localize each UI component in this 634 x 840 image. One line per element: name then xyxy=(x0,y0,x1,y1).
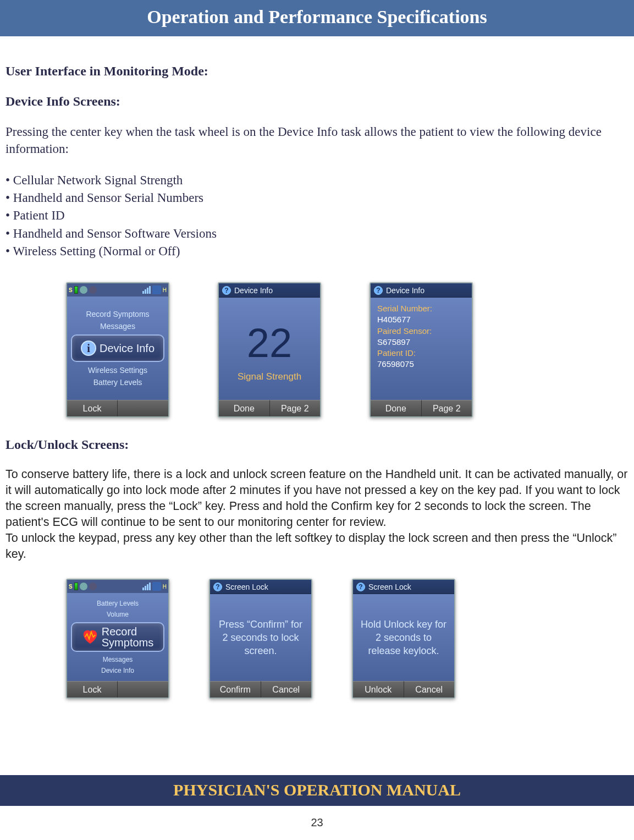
screen-title: Device Info xyxy=(234,286,273,295)
device-screens-row-1: S H Record Symptoms Messages i Device In… xyxy=(5,282,629,418)
bt-icon xyxy=(89,583,97,590)
help-icon[interactable]: ? xyxy=(374,286,383,295)
patient-label: Patient ID: xyxy=(377,348,465,359)
battery-icon xyxy=(74,583,78,590)
bullet-item: • Handheld and Sensor Serial Numbers xyxy=(5,189,629,207)
wheel-item[interactable]: Battery Levels xyxy=(69,598,166,609)
softkey-lock[interactable]: Lock xyxy=(67,681,118,698)
wheel-item-selected[interactable]: RecordSymptoms xyxy=(71,622,164,652)
softkey-bar: Done Page 2 xyxy=(219,400,320,416)
softkey-cancel[interactable]: Cancel xyxy=(404,681,455,698)
screen-title-bar: ? Screen Lock xyxy=(210,580,311,594)
wheel-selected-label: Device Info xyxy=(100,343,155,354)
device-screen-record-wheel: S H Battery Levels Volume RecordSymptoms… xyxy=(66,579,169,699)
screen-title: Screen Lock xyxy=(225,583,268,591)
device-screen-signal: ? Device Info 22 Signal Strength Done Pa… xyxy=(218,282,321,418)
serial-value: H405677 xyxy=(377,314,465,325)
wheel-selected-label: RecordSymptoms xyxy=(102,626,153,648)
softkey-empty xyxy=(118,400,168,416)
bullet-item: • Cellular Network Signal Strength xyxy=(5,172,629,189)
footer-bar: PHYSICIAN'S OPERATION MANUAL xyxy=(0,775,634,806)
screen-title-bar: ? Device Info xyxy=(219,283,320,298)
patient-value: 76598075 xyxy=(377,359,465,370)
signal-label: Signal Strength xyxy=(238,371,301,382)
help-icon[interactable]: ? xyxy=(356,583,365,591)
softkey-bar: Done Page 2 xyxy=(371,400,472,416)
screen-body: Serial Number: H405677 Paired Sensor: S6… xyxy=(371,298,472,400)
screen-body: Record Symptoms Messages i Device Info W… xyxy=(67,297,168,400)
signal-bars-icon xyxy=(142,583,151,590)
sensor-flag-icon: S xyxy=(69,584,73,590)
paired-label: Paired Sensor: xyxy=(377,326,465,337)
softkey-bar: Lock xyxy=(67,681,168,698)
softkey-page2[interactable]: Page 2 xyxy=(422,400,472,416)
bullet-item: • Patient ID xyxy=(5,207,629,224)
screen-title: Device Info xyxy=(386,286,424,295)
lock-paragraph: To conserve battery life, there is a loc… xyxy=(5,466,629,562)
sensor-flag-icon: S xyxy=(69,287,73,293)
softkey-bar: Lock xyxy=(67,400,168,416)
softkey-confirm[interactable]: Confirm xyxy=(210,681,261,698)
screen-body: Hold Unlock key for 2 seconds to release… xyxy=(353,594,454,681)
unlock-message: Hold Unlock key for 2 seconds to release… xyxy=(355,618,452,658)
wheel-item-selected[interactable]: i Device Info xyxy=(71,334,164,362)
device-screen-serials: ? Device Info Serial Number: H405677 Pai… xyxy=(370,282,473,418)
softkey-cancel[interactable]: Cancel xyxy=(261,681,312,698)
page-title-bar: Operation and Performance Specifications xyxy=(0,0,634,36)
screen-body: Press “Confirm” for 2 seconds to lock sc… xyxy=(210,594,311,681)
screen-title-bar: ? Screen Lock xyxy=(353,580,454,594)
intro-paragraph: Pressing the center key when the task wh… xyxy=(5,123,629,157)
signal-value: 22 xyxy=(247,323,292,364)
section-subheading-device-info: Device Info Screens: xyxy=(5,94,629,109)
softkey-bar: Unlock Cancel xyxy=(353,681,454,698)
battery-icon xyxy=(74,286,78,294)
logo-icon xyxy=(152,582,161,591)
section-heading-monitoring: User Interface in Monitoring Mode: xyxy=(5,64,629,79)
status-bar: S H xyxy=(67,283,168,297)
wheel-item[interactable]: Volume xyxy=(69,609,166,620)
softkey-done[interactable]: Done xyxy=(371,400,422,416)
screen-body: 22 Signal Strength xyxy=(219,298,320,400)
softkey-empty xyxy=(118,681,168,698)
bullet-list: • Cellular Network Signal Strength • Han… xyxy=(5,172,629,260)
page-content: User Interface in Monitoring Mode: Devic… xyxy=(0,36,634,699)
screen-title: Screen Lock xyxy=(368,583,411,591)
bullet-item: • Wireless Setting (Normal or Off) xyxy=(5,243,629,260)
section-subheading-lock: Lock/Unlock Screens: xyxy=(5,437,629,452)
heart-icon xyxy=(82,629,98,645)
serial-label: Serial Number: xyxy=(377,303,465,314)
speaker-icon xyxy=(80,583,87,590)
softkey-bar: Confirm Cancel xyxy=(210,681,311,698)
paired-value: S675897 xyxy=(377,337,465,348)
wheel-item[interactable]: Battery Levels xyxy=(69,376,166,388)
wheel-item[interactable]: Messages xyxy=(69,320,166,332)
device-screen-lock-confirm: ? Screen Lock Press “Confirm” for 2 seco… xyxy=(209,579,312,699)
handheld-flag-icon: H xyxy=(163,584,167,590)
wheel-item[interactable]: Device Info xyxy=(69,665,166,676)
speaker-icon xyxy=(80,286,87,294)
device-info-block: Serial Number: H405677 Paired Sensor: S6… xyxy=(373,300,470,374)
status-bar: S H xyxy=(67,580,168,593)
softkey-done[interactable]: Done xyxy=(219,400,270,416)
device-screen-task-wheel: S H Record Symptoms Messages i Device In… xyxy=(66,282,169,418)
bt-icon xyxy=(89,286,97,294)
help-icon[interactable]: ? xyxy=(222,286,231,295)
screen-body: Battery Levels Volume RecordSymptoms Mes… xyxy=(67,593,168,681)
handheld-flag-icon: H xyxy=(163,287,167,293)
wheel-item[interactable]: Wireless Settings xyxy=(69,364,166,376)
screen-title-bar: ? Device Info xyxy=(371,283,472,298)
info-icon: i xyxy=(81,341,96,356)
device-screens-row-2: S H Battery Levels Volume RecordSymptoms… xyxy=(5,579,629,699)
signal-bars-icon xyxy=(142,286,151,294)
wheel-item[interactable]: Messages xyxy=(69,654,166,665)
bullet-item: • Handheld and Sensor Software Versions xyxy=(5,225,629,243)
help-icon[interactable]: ? xyxy=(213,583,222,591)
wheel-item[interactable]: Record Symptoms xyxy=(69,308,166,320)
softkey-lock[interactable]: Lock xyxy=(67,400,118,416)
softkey-page2[interactable]: Page 2 xyxy=(270,400,321,416)
lock-message: Press “Confirm” for 2 seconds to lock sc… xyxy=(212,618,309,658)
logo-icon xyxy=(152,286,161,294)
softkey-unlock[interactable]: Unlock xyxy=(353,681,404,698)
page-number: 23 xyxy=(0,816,634,829)
device-screen-unlock: ? Screen Lock Hold Unlock key for 2 seco… xyxy=(352,579,455,699)
